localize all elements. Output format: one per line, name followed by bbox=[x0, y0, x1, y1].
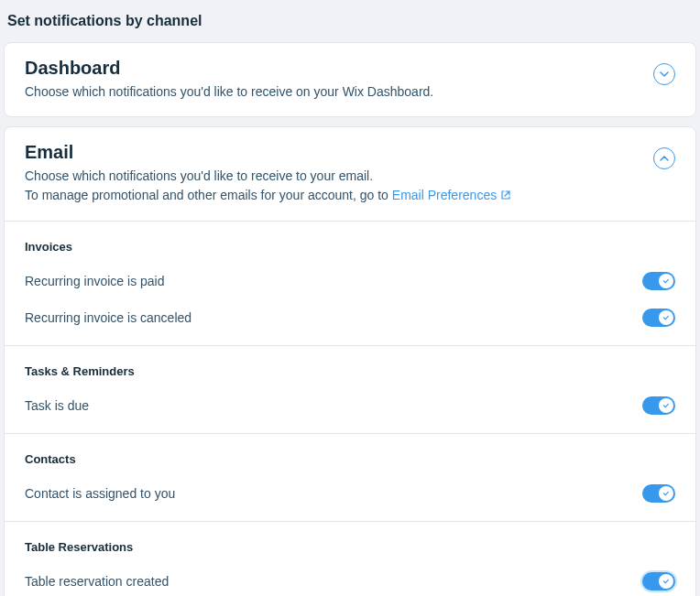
checkmark-icon bbox=[662, 402, 670, 409]
checkmark-icon bbox=[662, 314, 670, 321]
reservation-created-row: Table reservation created bbox=[25, 563, 675, 596]
task-due-label: Task is due bbox=[25, 398, 89, 413]
invoices-section: Invoices Recurring invoice is paid Recur… bbox=[5, 221, 695, 345]
chevron-down-icon bbox=[660, 70, 669, 79]
tasks-section: Tasks & Reminders Task is due bbox=[5, 345, 695, 433]
invoice-canceled-toggle[interactable] bbox=[642, 309, 675, 327]
email-desc-line1: Choose which notifications you'd like to… bbox=[25, 168, 373, 183]
email-header: Email Choose which notifications you'd l… bbox=[5, 127, 695, 221]
tasks-title: Tasks & Reminders bbox=[25, 346, 675, 387]
task-due-row: Task is due bbox=[25, 387, 675, 433]
email-title: Email bbox=[25, 142, 653, 163]
invoices-title: Invoices bbox=[25, 222, 675, 263]
checkmark-icon bbox=[662, 277, 670, 285]
contacts-title: Contacts bbox=[25, 434, 675, 475]
contact-assigned-label: Contact is assigned to you bbox=[25, 486, 175, 501]
email-desc-line2: To manage promotional and other emails f… bbox=[25, 188, 392, 202]
email-collapse-button[interactable] bbox=[653, 147, 675, 169]
reservation-created-toggle[interactable] bbox=[642, 572, 675, 591]
dashboard-header: Dashboard Choose which notifications you… bbox=[5, 43, 695, 116]
task-due-toggle[interactable] bbox=[642, 396, 675, 415]
invoice-paid-label: Recurring invoice is paid bbox=[25, 274, 165, 288]
contact-assigned-row: Contact is assigned to you bbox=[25, 475, 675, 521]
email-preferences-link[interactable]: Email Preferences bbox=[392, 188, 511, 202]
page-title: Set notifications by channel bbox=[0, 0, 700, 42]
contacts-section: Contacts Contact is assigned to you bbox=[5, 433, 695, 521]
dashboard-title: Dashboard bbox=[25, 58, 653, 79]
table-reservations-title: Table Reservations bbox=[25, 522, 675, 563]
checkmark-icon bbox=[662, 490, 670, 497]
invoice-paid-row: Recurring invoice is paid bbox=[25, 263, 675, 299]
invoice-canceled-label: Recurring invoice is canceled bbox=[25, 310, 191, 325]
checkmark-icon bbox=[662, 578, 670, 585]
contact-assigned-toggle[interactable] bbox=[642, 484, 675, 503]
table-reservations-section: Table Reservations Table reservation cre… bbox=[5, 521, 695, 596]
invoice-paid-toggle[interactable] bbox=[642, 272, 675, 290]
dashboard-header-text: Dashboard Choose which notifications you… bbox=[25, 58, 653, 102]
reservation-created-label: Table reservation created bbox=[25, 574, 169, 589]
email-desc: Choose which notifications you'd like to… bbox=[25, 167, 653, 206]
dashboard-panel: Dashboard Choose which notifications you… bbox=[4, 42, 696, 117]
dashboard-desc: Choose which notifications you'd like to… bbox=[25, 82, 653, 102]
external-link-icon bbox=[500, 187, 511, 206]
dashboard-expand-button[interactable] bbox=[653, 63, 675, 85]
chevron-up-icon bbox=[660, 154, 669, 163]
email-header-text: Email Choose which notifications you'd l… bbox=[25, 142, 653, 206]
invoice-canceled-row: Recurring invoice is canceled bbox=[25, 299, 675, 345]
email-panel: Email Choose which notifications you'd l… bbox=[4, 126, 696, 596]
